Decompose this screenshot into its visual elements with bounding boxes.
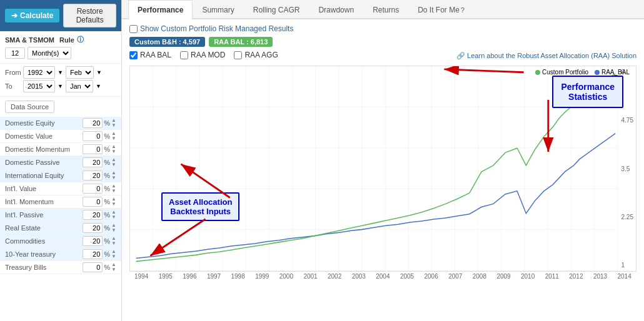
y-label: 6 — [621, 69, 633, 76]
rule-info-icon: ⓘ — [77, 35, 84, 44]
tab-returns[interactable]: Returns — [363, 0, 408, 19]
raa-agg-check-label[interactable]: RAA AGG — [234, 51, 278, 59]
calculate-button[interactable]: ➔ Calculate — [5, 9, 59, 22]
to-month-select[interactable]: Jan — [66, 80, 93, 92]
alloc-input[interactable] — [83, 210, 103, 220]
alloc-input[interactable] — [83, 249, 103, 259]
alloc-label: Int'l. Passive — [5, 211, 83, 219]
sidebar-header: ➔ Calculate Restore Defaults — [0, 0, 121, 31]
raa-mod-checkbox[interactable] — [180, 51, 188, 59]
x-label: 2009 — [496, 273, 510, 280]
link-icon: 🔗 — [456, 52, 465, 59]
show-custom-checkbox-label[interactable]: Show Custom Portfolio Risk Managed Resul… — [129, 24, 293, 33]
alloc-spinner: ▲ ▼ — [111, 223, 116, 233]
to-arrow-icon: ▼ — [58, 83, 63, 89]
alloc-spinner: ▲ ▼ — [111, 118, 116, 128]
x-axis-labels: 1994199519961997199819992000200120022003… — [129, 272, 636, 281]
spinner-down-icon[interactable]: ▼ — [111, 175, 116, 180]
backtest-annotation: Asset AllocationBacktest Inputs — [161, 192, 239, 221]
alloc-input[interactable] — [83, 197, 103, 207]
alloc-spinner: ▲ ▼ — [111, 184, 116, 194]
tab-performance[interactable]: Performance — [128, 0, 193, 19]
to-row: To 2015 ▼ Jan ▼ — [5, 80, 116, 92]
alloc-input[interactable] — [83, 262, 103, 272]
alloc-row: Int'l. Passive % ▲ ▼ — [0, 209, 121, 222]
tab-summary[interactable]: Summary — [193, 0, 243, 19]
check3-label: RAA AGG — [244, 51, 278, 59]
alloc-row: Int'l. Value % ▲ ▼ — [0, 182, 121, 195]
alloc-pct: % — [104, 224, 110, 232]
tab-rolling-cagr[interactable]: Rolling CAGR — [244, 0, 309, 19]
alloc-spinner: ▲ ▼ — [111, 144, 116, 154]
x-label: 2013 — [593, 273, 607, 280]
y-label: 3.5 — [621, 165, 633, 172]
raa-bal-check-label[interactable]: RAA BAL — [129, 51, 171, 59]
spinner-down-icon[interactable]: ▼ — [111, 254, 116, 259]
raa-bal-checkbox[interactable] — [129, 51, 138, 59]
alloc-input[interactable] — [83, 170, 103, 180]
calc-label: Calculate — [20, 11, 53, 20]
from-to-section: From 1992 ▼ Feb ▼ To 2015 ▼ Jan ▼ — [0, 64, 121, 97]
rule-value-input[interactable] — [5, 47, 25, 59]
raa-agg-checkbox[interactable] — [234, 51, 242, 59]
alloc-spinner: ▲ ▼ — [111, 236, 116, 246]
alloc-spinner: ▲ ▼ — [111, 210, 116, 220]
alloc-pct: % — [104, 264, 110, 271]
x-label: 2008 — [473, 273, 486, 280]
datasource-button[interactable]: Data Source — [5, 101, 54, 113]
spinner-down-icon[interactable]: ▼ — [111, 241, 116, 246]
category-section: Domestic Equity % ▲ ▼ Domestic Value % ▲… — [0, 117, 121, 274]
chart-container: Custom Portfolio RAA_BAL 64.753.52.251 — [129, 66, 636, 272]
spinner-down-icon[interactable]: ▼ — [111, 267, 116, 272]
alloc-input[interactable] — [83, 131, 103, 141]
alloc-spinner: ▲ ▼ — [111, 170, 116, 180]
calc-icon: ➔ — [11, 11, 18, 20]
restore-defaults-button[interactable]: Restore Defaults — [63, 4, 116, 27]
alloc-input[interactable] — [83, 236, 103, 246]
app-layout: ➔ Calculate Restore Defaults SMA & TSMOM… — [0, 0, 644, 321]
alloc-input[interactable] — [83, 157, 103, 167]
alloc-spinner: ▲ ▼ — [111, 262, 116, 272]
spinner-down-icon[interactable]: ▼ — [111, 202, 116, 207]
raa-link[interactable]: 🔗 Learn about the Robust Asset Allocatio… — [456, 52, 636, 60]
tab-do-it-for-me[interactable]: Do It For Me? — [408, 0, 474, 19]
checkboxes-row: RAA BAL RAA MOD RAA AGG — [129, 51, 278, 59]
spinner-down-icon[interactable]: ▼ — [111, 123, 116, 128]
alloc-pct: % — [104, 198, 110, 205]
tab-bar: PerformanceSummaryRolling CAGRDrawdownRe… — [122, 0, 644, 19]
show-custom-checkbox[interactable] — [129, 25, 138, 33]
sidebar: ➔ Calculate Restore Defaults SMA & TSMOM… — [0, 0, 122, 321]
spinner-down-icon[interactable]: ▼ — [111, 228, 116, 233]
from-row: From 1992 ▼ Feb ▼ — [5, 66, 116, 79]
alloc-input[interactable] — [83, 118, 103, 128]
spinner-down-icon[interactable]: ▼ — [111, 189, 116, 194]
alloc-input[interactable] — [83, 184, 103, 194]
tab-drawdown[interactable]: Drawdown — [309, 0, 363, 19]
spinner-down-icon[interactable]: ▼ — [111, 215, 116, 220]
y-label: 2.25 — [621, 214, 633, 220]
spinner-down-icon[interactable]: ▼ — [111, 149, 116, 154]
to-year-select[interactable]: 2015 — [23, 80, 55, 92]
alloc-pct: % — [104, 132, 110, 140]
to-label: To — [5, 82, 21, 90]
alloc-pct: % — [104, 185, 110, 192]
x-label: 2005 — [400, 273, 414, 280]
spinner-down-icon[interactable]: ▼ — [111, 162, 116, 167]
check1-label: RAA BAL — [140, 51, 171, 59]
alloc-input[interactable] — [83, 223, 103, 233]
badges-row: Custom B&H : 4,597 RAA BAL : 6,813 — [129, 37, 636, 47]
alloc-row: Domestic Equity % ▲ ▼ — [0, 117, 121, 130]
alloc-label: Treasury Bills — [5, 264, 83, 271]
alloc-pct: % — [104, 146, 110, 153]
show-custom-label: Show Custom Portfolio Risk Managed Resul… — [140, 24, 293, 33]
raa-mod-check-label[interactable]: RAA MOD — [180, 51, 225, 59]
badge-raa-bal: RAA BAL : 6,813 — [209, 37, 273, 47]
spinner-down-icon[interactable]: ▼ — [111, 136, 116, 141]
alloc-input[interactable] — [83, 144, 103, 154]
alloc-label: International Equity — [5, 172, 83, 179]
x-label: 2011 — [545, 273, 559, 280]
from-year-select[interactable]: 1992 — [23, 66, 55, 79]
rule-period-select[interactable]: Month(s) — [28, 47, 71, 59]
restore-label: Restore Defaults — [76, 7, 104, 24]
from-month-select[interactable]: Feb — [66, 66, 94, 79]
